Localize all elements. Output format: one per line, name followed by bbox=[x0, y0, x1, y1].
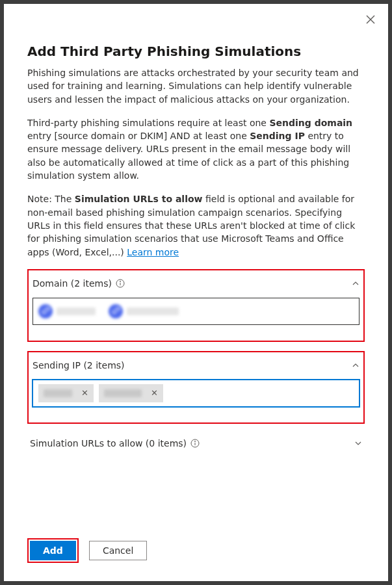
dialog-footer: Add Cancel bbox=[27, 538, 147, 563]
svg-point-7 bbox=[195, 441, 196, 441]
sending-domain-bold: Sending domain bbox=[269, 118, 352, 128]
close-button[interactable] bbox=[366, 14, 375, 27]
sim-urls-bold: Simulation URLs to allow bbox=[75, 194, 203, 204]
sending-ip-label: Sending IP (2 items) bbox=[33, 360, 125, 370]
learn-more-link[interactable]: Learn more bbox=[127, 247, 179, 257]
text: Note: The bbox=[27, 194, 75, 204]
ip-chip[interactable]: ✕ bbox=[38, 384, 94, 402]
chevron-down-icon[interactable] bbox=[354, 439, 362, 447]
sending-ip-section: Sending IP (2 items) ✕ ✕ bbox=[27, 351, 365, 424]
requirements-text: Third-party phishing simulations require… bbox=[27, 116, 365, 182]
svg-point-4 bbox=[120, 281, 120, 281]
domain-chip[interactable] bbox=[38, 304, 96, 318]
note-text: Note: The Simulation URLs to allow field… bbox=[27, 192, 365, 258]
redacted-ip bbox=[44, 389, 72, 397]
domain-header[interactable]: Domain (2 items) bbox=[31, 273, 361, 298]
cancel-button[interactable]: Cancel bbox=[89, 541, 147, 560]
remove-chip-icon[interactable]: ✕ bbox=[81, 388, 88, 398]
text: entry [source domain or DKIM] AND at lea… bbox=[27, 131, 250, 141]
chevron-up-icon[interactable] bbox=[352, 361, 359, 369]
dialog-panel: Add Third Party Phishing Simulations Phi… bbox=[4, 4, 388, 581]
link-icon bbox=[109, 304, 123, 318]
add-button[interactable]: Add bbox=[30, 541, 76, 560]
domain-chip[interactable] bbox=[109, 304, 179, 318]
redacted-ip bbox=[104, 389, 142, 397]
sim-urls-label: Simulation URLs to allow (0 items) bbox=[30, 438, 187, 448]
link-icon bbox=[38, 304, 53, 318]
sending-ip-bold: Sending IP bbox=[250, 131, 305, 141]
info-icon[interactable] bbox=[116, 279, 125, 288]
dialog-title: Add Third Party Phishing Simulations bbox=[27, 43, 365, 60]
redacted-domain bbox=[57, 307, 96, 315]
text: Third-party phishing simulations require… bbox=[27, 118, 269, 128]
intro-text: Phishing simulations are attacks orchest… bbox=[27, 66, 365, 106]
sim-urls-section[interactable]: Simulation URLs to allow (0 items) bbox=[27, 433, 365, 454]
domain-label: Domain (2 items) bbox=[33, 278, 112, 289]
sending-ip-input[interactable]: ✕ ✕ bbox=[33, 380, 359, 407]
sending-ip-header[interactable]: Sending IP (2 items) bbox=[31, 355, 361, 380]
remove-chip-icon[interactable]: ✕ bbox=[151, 388, 158, 398]
chevron-up-icon[interactable] bbox=[352, 280, 359, 287]
domain-input[interactable] bbox=[33, 298, 359, 325]
ip-chip[interactable]: ✕ bbox=[99, 384, 163, 402]
domain-section: Domain (2 items) bbox=[27, 269, 365, 342]
add-highlight: Add bbox=[27, 538, 79, 563]
info-icon[interactable] bbox=[190, 439, 200, 448]
redacted-domain bbox=[127, 307, 179, 315]
